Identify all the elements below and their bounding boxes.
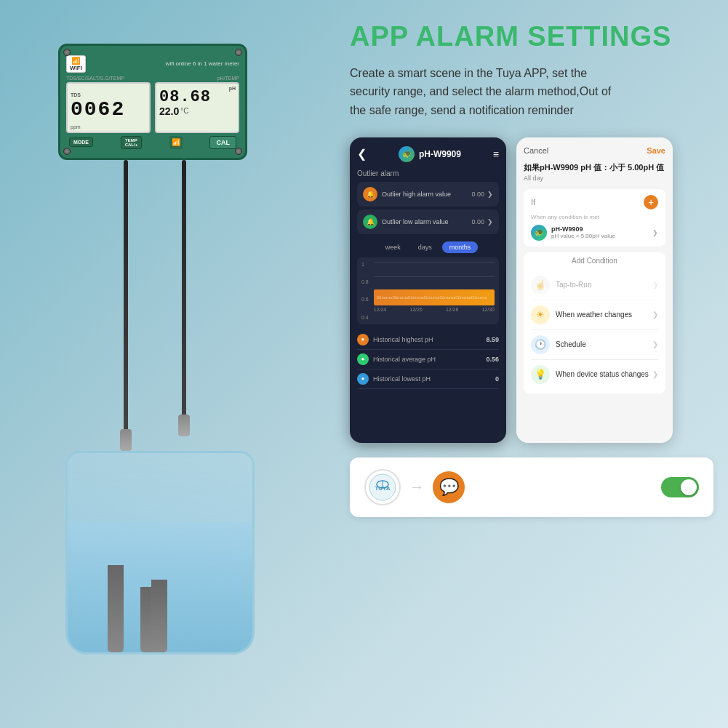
- x-label-4: 12/30: [481, 307, 495, 312]
- connector-right: [178, 415, 190, 436]
- screw-br: [235, 148, 242, 155]
- tds-panel: TDS 0062 ppm: [66, 82, 151, 133]
- tuya-logo: TUYA: [364, 469, 401, 505]
- chart-inner: 1 0.8 0.6 0.4 0ûnurus0ûnurus0ûnurus0ûnur…: [361, 262, 495, 320]
- wifi-button[interactable]: 📶: [169, 136, 183, 149]
- if-header: If +: [531, 195, 658, 209]
- stats-section: ● Historical highest pH 8.59 ● Historica…: [357, 330, 499, 389]
- device-body: 📶 WIFI wifi online 6 in 1 water meter TD…: [58, 44, 247, 160]
- cables-container: [95, 160, 225, 451]
- weather-icon: ☀: [531, 305, 550, 324]
- ph-panel: pH 08.68 22.0 °C: [155, 82, 239, 133]
- condition-arrow: ❯: [652, 229, 658, 236]
- schedule-icon: 🕐: [531, 335, 550, 354]
- if-device-info: pH-W9909 pH value < 5.00pH value: [551, 225, 652, 239]
- save-button[interactable]: Save: [647, 146, 665, 155]
- chat-bubble-icon: 💬: [433, 471, 465, 503]
- chart-x-labels: 12/24 12/26 12/28 12/30: [374, 307, 495, 312]
- alarm-high-label: Outlier high alarm value: [382, 191, 471, 198]
- right-panel-label: pH/TEMP: [154, 76, 239, 81]
- cal-button[interactable]: CAL: [209, 136, 236, 149]
- alarm-low-icon: 🔔: [363, 215, 377, 229]
- app-description: Create a smart scene in the Tuya APP, se…: [350, 64, 626, 120]
- alarm-low-row[interactable]: 🔔 Outlier low alarm value 0.00 ❯: [357, 209, 499, 234]
- cancel-button[interactable]: Cancel: [524, 146, 548, 155]
- chart-bar: 0ûnurus0ûnurus0ûnurus0ûnurus0ûnurus0ûnur…: [374, 289, 495, 305]
- tap-icon: ☝: [531, 276, 550, 295]
- chart-area: 1 0.8 0.6 0.4 0ûnurus0ûnurus0ûnurus0ûnur…: [357, 257, 499, 324]
- button-row: MODE TEMP CAL/+ 📶 CAL: [66, 136, 239, 149]
- right-section: APP ALARM SETTINGS Create a smart scene …: [350, 22, 713, 517]
- time-tabs: week days months: [357, 241, 499, 253]
- stat-row-2: ● Historical lowest pH 0: [357, 369, 499, 389]
- y-label-3: 0.6: [361, 297, 369, 302]
- if-section: If + When any condition is met 🐢 pH-W990…: [524, 189, 665, 247]
- menu-icon[interactable]: ≡: [493, 148, 499, 160]
- app-title: APP ALARM SETTINGS: [350, 22, 713, 52]
- y-label-1: 1: [361, 262, 369, 267]
- grid-line-1: [374, 262, 495, 263]
- condition-device-status[interactable]: 💡 When device status changes ❯: [531, 360, 658, 389]
- weather-arrow: ❯: [652, 311, 658, 319]
- stat-row-0: ● Historical highest pH 8.59: [357, 330, 499, 350]
- phone-dark: ❮ 🐢 pH-W9909 ≡ Outlier alarm 🔔 Outlier h…: [350, 137, 506, 443]
- tab-week[interactable]: week: [378, 241, 408, 253]
- if-condition-row: 🐢 pH-W9909 pH value < 5.00pH value ❯: [531, 225, 658, 241]
- stat-value-1: 0.56: [486, 356, 499, 363]
- tab-months[interactable]: months: [442, 241, 479, 253]
- if-label: If: [531, 198, 535, 207]
- wifi-icon: 📶: [71, 57, 80, 65]
- device-title-text: wifi online 6 in 1 water meter: [166, 60, 239, 67]
- outlier-alarm-label: Outlier alarm: [357, 169, 499, 177]
- device-icon: 🐢: [399, 146, 415, 162]
- temp-unit: °C: [180, 107, 188, 115]
- if-condition-desc: When any condition is met: [531, 214, 658, 220]
- chart-y-labels: 1 0.8 0.6 0.4: [361, 262, 371, 320]
- weather-label: When weather changes: [556, 311, 652, 319]
- device-status-icon: 💡: [531, 365, 550, 384]
- water-container: [65, 451, 255, 655]
- screw-bl: [63, 148, 71, 155]
- device-status-arrow: ❯: [652, 370, 658, 378]
- phones-container: ❮ 🐢 pH-W9909 ≡ Outlier alarm 🔔 Outlier h…: [350, 137, 713, 443]
- screw-tl: [63, 49, 71, 56]
- chart-bar-text: 0ûnurus0ûnurus0ûnurus0ûnurus0ûnurus0ûnur…: [377, 295, 487, 300]
- probe-right: [151, 580, 167, 652]
- stat-label-2: Historical lowest pH: [373, 375, 495, 383]
- condition-title: 如果pH-W9909 pH 值：小于 5.00pH 值: [524, 162, 665, 173]
- ph-label: pH: [229, 86, 236, 91]
- condition-weather[interactable]: ☀ When weather changes ❯: [531, 300, 658, 330]
- x-label-3: 12/28: [446, 307, 459, 312]
- wifi-btn-icon: 📶: [172, 138, 180, 146]
- screw-tr: [235, 49, 242, 56]
- alarm-high-icon: 🔔: [363, 187, 377, 201]
- tab-days[interactable]: days: [411, 241, 439, 253]
- if-device-condition: pH value < 5.00pH value: [551, 233, 652, 239]
- toggle-knob: [681, 479, 697, 495]
- stat-label-1: Historical average pH: [373, 356, 486, 363]
- temp-cal-button[interactable]: TEMP CAL/+: [121, 136, 143, 149]
- y-label-4: 0.4: [361, 315, 369, 320]
- device-section: 📶 WIFI wifi online 6 in 1 water meter TD…: [22, 29, 298, 727]
- add-condition-button[interactable]: +: [644, 195, 658, 209]
- tds-value: 0062: [71, 100, 146, 120]
- alarm-low-label: Outlier low alarm value: [382, 218, 471, 225]
- cable-left: [124, 160, 128, 436]
- condition-schedule[interactable]: 🕐 Schedule ❯: [531, 330, 658, 360]
- stat-icon-2: ●: [357, 373, 369, 385]
- wifi-text: WIFI: [70, 65, 82, 71]
- device-status-label: When device status changes: [556, 370, 652, 378]
- temp-value: 22.0: [159, 105, 179, 117]
- left-panel-label: TDS/EC/SALT/S.G/TEMP: [66, 76, 151, 81]
- tap-arrow: ❯: [652, 281, 658, 289]
- toggle-switch[interactable]: [661, 477, 699, 497]
- phone-title-area: 🐢 pH-W9909: [399, 146, 461, 162]
- mode-button[interactable]: MODE: [69, 137, 93, 147]
- back-button[interactable]: ❮: [357, 147, 367, 161]
- arrow-icon: →: [409, 479, 424, 495]
- grid-line-2: [374, 276, 495, 277]
- device-condition-icon: 🐢: [531, 225, 547, 241]
- tuya-svg: TUYA: [368, 473, 397, 502]
- condition-tap-to-run: ☝ Tap-to-Run ❯: [531, 271, 658, 300]
- alarm-high-row[interactable]: 🔔 Outlier high alarm value 0.00 ❯: [357, 182, 499, 207]
